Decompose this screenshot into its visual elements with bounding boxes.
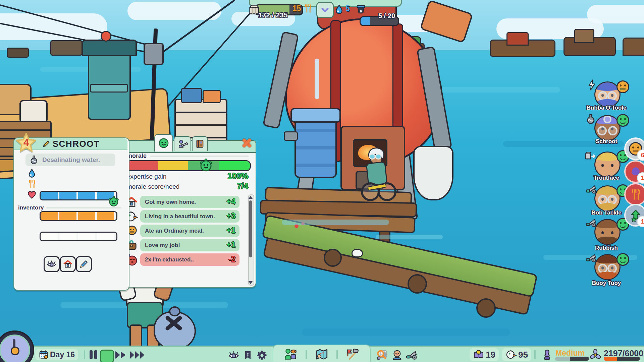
current-task-text: Desalinating water. bbox=[42, 156, 100, 164]
bucket-icon bbox=[355, 3, 367, 15]
research-button[interactable] bbox=[375, 349, 389, 361]
morale-seg-yellow bbox=[158, 161, 188, 170]
morale-seg-bright bbox=[219, 161, 250, 170]
morale-slider bbox=[126, 160, 251, 171]
tab-log[interactable] bbox=[192, 136, 208, 151]
alert-count: 1 bbox=[637, 216, 644, 227]
alert-mood-neutral[interactable]: 6 bbox=[624, 137, 644, 160]
food-need-icon bbox=[27, 179, 37, 189]
game-screen: 172 / 235 15 5 5 / 20 morale expertise g… bbox=[0, 0, 644, 362]
pot-white bbox=[19, 100, 48, 123]
morale-smiley-icon bbox=[158, 137, 169, 149]
morale-label-line bbox=[150, 156, 249, 157]
health-need-icon bbox=[27, 190, 37, 200]
seagull-count: 95 bbox=[518, 350, 528, 360]
fast-forward-button[interactable] bbox=[114, 350, 127, 360]
settings-button[interactable] bbox=[256, 350, 268, 362]
water-need-icon bbox=[27, 168, 37, 178]
cutlery-icon bbox=[303, 3, 313, 13]
buff-row[interactable]: Living in a beautiful town. +3 bbox=[125, 210, 250, 223]
inventory-label: inventory bbox=[18, 204, 44, 211]
tab-skills[interactable] bbox=[174, 136, 191, 151]
water-count: 5 bbox=[345, 4, 350, 13]
water-drop-icon bbox=[334, 4, 344, 15]
visibility-button[interactable] bbox=[227, 350, 240, 361]
food-rate: 15 bbox=[292, 4, 301, 13]
close-button[interactable] bbox=[241, 137, 253, 149]
research-points[interactable]: 19 bbox=[470, 348, 499, 361]
crew-button[interactable] bbox=[390, 349, 404, 361]
flask-icon bbox=[585, 113, 596, 125]
scroll-up-icon[interactable] bbox=[248, 196, 253, 199]
tower-flag bbox=[101, 31, 111, 42]
day-display[interactable]: Day 16 bbox=[35, 349, 78, 360]
townspeople-button[interactable] bbox=[282, 347, 299, 361]
eye-icon bbox=[228, 350, 239, 361]
idea-book-icon bbox=[473, 349, 484, 360]
morale-knob-face-icon bbox=[199, 158, 213, 172]
map-button[interactable] bbox=[313, 347, 330, 361]
divider bbox=[336, 350, 338, 359]
alert-sickness[interactable]: 1 bbox=[624, 160, 644, 183]
crate-orange bbox=[203, 90, 221, 103]
seagull-on-ramp bbox=[352, 249, 363, 257]
tab-morale[interactable] bbox=[154, 134, 173, 152]
go-home-button[interactable] bbox=[60, 256, 76, 272]
barrel-spout bbox=[284, 131, 298, 141]
person-icon bbox=[391, 349, 403, 361]
scientist-character[interactable] bbox=[359, 147, 396, 204]
water-tank-value: 5 / 20 bbox=[378, 12, 395, 20]
task-flask-icon bbox=[29, 155, 39, 165]
tools-button[interactable] bbox=[343, 347, 360, 361]
drifting-propeller-icon bbox=[589, 349, 602, 361]
ramp-log bbox=[476, 298, 496, 318]
buff-row[interactable]: Got my own home. +4 bbox=[125, 196, 250, 208]
expand-hud-button[interactable] bbox=[316, 2, 334, 18]
seagull-icon bbox=[505, 349, 517, 360]
house-icon bbox=[63, 259, 73, 269]
food-storage-value: 172 / 235 bbox=[258, 11, 288, 19]
alert-hunger[interactable] bbox=[624, 183, 644, 206]
buff-row[interactable]: Love my job! +1 bbox=[125, 239, 250, 252]
tower-roof bbox=[82, 40, 137, 56]
buff-text: Love my job! bbox=[140, 239, 239, 251]
morale-label: morale bbox=[127, 153, 147, 160]
fastest-forward-icon bbox=[129, 351, 146, 359]
seagull-count-pill[interactable]: 95 bbox=[502, 348, 531, 361]
ramp-log bbox=[324, 249, 342, 267]
rename-icon[interactable] bbox=[42, 139, 51, 148]
info-button[interactable] bbox=[242, 350, 254, 361]
scroll-thumb[interactable] bbox=[249, 200, 252, 257]
divider bbox=[306, 350, 307, 359]
tower-band bbox=[90, 84, 128, 93]
play-icon bbox=[103, 352, 111, 360]
scroll-down-icon[interactable] bbox=[248, 281, 253, 284]
buff-value: -2 bbox=[229, 255, 235, 264]
saw-icon bbox=[585, 183, 597, 195]
gear-icon bbox=[256, 350, 268, 362]
roster-name: Buoy Tuoy bbox=[581, 280, 632, 287]
town-size-label: Medium bbox=[555, 349, 585, 358]
edit-button[interactable] bbox=[76, 256, 92, 272]
morale-seg-red bbox=[127, 161, 158, 170]
play-button[interactable] bbox=[100, 350, 114, 362]
calendar-icon bbox=[39, 350, 49, 360]
saw-icon bbox=[585, 252, 597, 264]
buff-row[interactable]: Ate an Ordinary meal. +1 bbox=[125, 225, 250, 237]
alert-level-up[interactable]: 1 bbox=[624, 204, 644, 227]
buff-row[interactable]: 2x I'm exhausted.. -2 bbox=[125, 253, 250, 266]
sickness-icon bbox=[108, 196, 119, 207]
view-character-button[interactable] bbox=[44, 256, 60, 272]
buff-value: +1 bbox=[227, 226, 235, 235]
chevron-down-icon bbox=[320, 5, 330, 15]
town-size-meter bbox=[555, 357, 589, 361]
build-button[interactable] bbox=[405, 349, 419, 361]
hunger-cutlery-icon bbox=[629, 188, 642, 201]
level-value: 4 bbox=[15, 137, 38, 148]
level-badge: 4 bbox=[15, 132, 38, 155]
divider bbox=[84, 350, 85, 359]
expertise-gain-value: 100% bbox=[215, 171, 248, 181]
pause-button[interactable] bbox=[88, 350, 98, 360]
fastest-forward-button[interactable] bbox=[129, 350, 146, 360]
buff-scrollbar[interactable] bbox=[248, 194, 254, 286]
